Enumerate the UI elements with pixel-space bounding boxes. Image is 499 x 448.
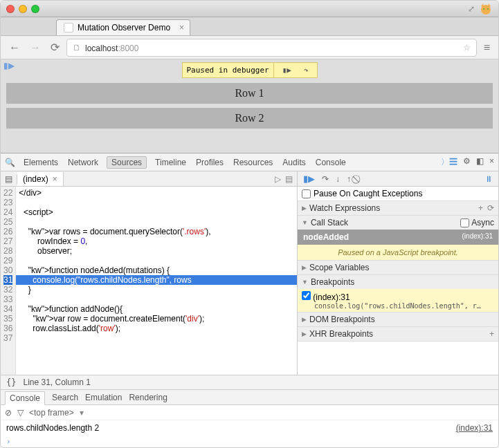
resume-overlay-icon[interactable]: ▮▶: [3, 61, 15, 71]
traffic-lights: [6, 5, 39, 13]
history-icon[interactable]: ▷: [275, 174, 281, 184]
close-devtools-icon[interactable]: ×: [489, 156, 494, 168]
bookmark-star-icon[interactable]: ☆: [463, 43, 471, 53]
overlay-resume-button[interactable]: ▮▶: [278, 64, 296, 76]
file-tab-name: (index): [23, 174, 48, 184]
pause-caught-exceptions-row[interactable]: Pause On Caught Exceptions: [298, 187, 498, 201]
clear-console-icon[interactable]: ⊘: [5, 408, 12, 418]
window-titlebar: ⤢: [1, 1, 498, 17]
sources-editor-pane: ▤ (index) × ▷ ▤ 222324252627282930313233…: [1, 171, 298, 375]
breakpoints-header[interactable]: ▼Breakpoints: [298, 275, 498, 289]
fullscreen-icon[interactable]: ⤢: [468, 4, 475, 14]
tab-network[interactable]: Network: [66, 158, 100, 167]
watch-expressions-header[interactable]: ▶Watch Expressions+⟳: [298, 201, 498, 215]
step-out-button[interactable]: ↑: [347, 174, 351, 184]
close-tab-icon[interactable]: ×: [179, 23, 184, 32]
tab-profiles[interactable]: Profiles: [194, 158, 225, 167]
url-bar: ← → ⟳ 🗋 localhost:8000 ☆ ≡: [1, 36, 498, 59]
tab-audits[interactable]: Audits: [281, 158, 307, 167]
async-checkbox[interactable]: [460, 218, 469, 227]
inspect-icon[interactable]: 🔍: [5, 158, 15, 167]
devtools-panel: 🔍 Elements Network Sources Timeline Prof…: [1, 153, 498, 447]
browser-tab[interactable]: Mutation Observer Demo ×: [56, 19, 190, 35]
debugger-paused-banner: Paused in debugger ▮▶ ↷: [181, 62, 317, 78]
devtools-tabs: 🔍 Elements Network Sources Timeline Prof…: [1, 153, 498, 171]
console-toolbar: ⊘ ▽ <top frame>▾: [1, 405, 498, 420]
tab-elements[interactable]: Elements: [22, 158, 60, 167]
code-editor[interactable]: 22232425262728293031323334353637 </div> …: [1, 187, 297, 375]
tab-timeline[interactable]: Timeline: [154, 158, 188, 167]
zoom-window-button[interactable]: [31, 5, 39, 13]
step-over-button[interactable]: ↷: [322, 174, 329, 184]
scope-variables-header[interactable]: ▶Scope Variables: [298, 261, 498, 274]
address-input[interactable]: 🗋 localhost:8000 ☆: [66, 39, 477, 57]
tab-resources[interactable]: Resources: [232, 158, 274, 167]
drawer-tab-rendering[interactable]: Rendering: [129, 393, 167, 402]
breakpoint-checkbox[interactable]: [302, 291, 311, 300]
tab-sources[interactable]: Sources: [107, 156, 147, 169]
content-row: Row 2: [6, 108, 493, 129]
console-prompt[interactable]: ›: [1, 436, 498, 447]
toggle-drawer-icon[interactable]: 〉☰: [441, 156, 457, 168]
page-viewport: ▮▶ Paused in debugger ▮▶ ↷ Row 1 Row 2: [1, 59, 498, 153]
callstack-frame[interactable]: nodeAdded(index):31: [298, 230, 498, 245]
refresh-watch-icon[interactable]: ⟳: [487, 203, 494, 213]
extension-icon[interactable]: [479, 2, 493, 16]
call-stack-header[interactable]: ▼Call StackAsync: [298, 216, 498, 230]
add-xhr-bp-icon[interactable]: +: [489, 329, 494, 339]
editor-status-bar: {} Line 31, Column 1: [1, 375, 498, 390]
pause-exceptions-button[interactable]: ⏸: [484, 174, 493, 184]
back-button[interactable]: ←: [6, 40, 23, 55]
drawer-tab-emulation[interactable]: Emulation: [85, 393, 122, 402]
menu-button[interactable]: ≡: [481, 40, 493, 55]
console-output-row: rows.childNodes.length 2 (index):31: [1, 420, 498, 436]
file-tab[interactable]: (index) ×: [17, 172, 64, 186]
add-watch-icon[interactable]: +: [478, 203, 483, 213]
url-host: localhost: [85, 44, 118, 53]
paused-label: Paused in debugger: [182, 64, 273, 76]
favicon-icon: [64, 23, 73, 32]
more-tabs-icon[interactable]: ▤: [285, 174, 293, 184]
close-file-icon[interactable]: ×: [53, 174, 57, 184]
svg-point-1: [483, 8, 484, 10]
cursor-position: Line 31, Column 1: [23, 377, 90, 387]
drawer-tab-search[interactable]: Search: [52, 393, 78, 402]
pause-caught-exceptions-checkbox[interactable]: [302, 189, 311, 198]
tab-console[interactable]: Console: [314, 158, 347, 167]
dock-icon[interactable]: ◧: [476, 156, 484, 168]
xhr-breakpoints-header[interactable]: ▶XHR Breakpoints+: [298, 327, 498, 341]
browser-tab-strip: Mutation Observer Demo ×: [1, 17, 498, 36]
forward-button[interactable]: →: [27, 40, 44, 55]
show-navigator-icon[interactable]: ▤: [1, 174, 17, 184]
content-row: Row 1: [6, 83, 493, 104]
debugger-sidebar: ▮▶ ↷ ↓ ↑ ⃠ ⏸ Pause On Caught Exceptions …: [298, 171, 498, 375]
resume-button[interactable]: ▮▶: [303, 174, 315, 184]
tab-title: Mutation Observer Demo: [78, 23, 170, 32]
console-source-link[interactable]: (index):31: [456, 423, 493, 433]
settings-gear-icon[interactable]: ⚙: [463, 156, 471, 168]
url-port: :8000: [118, 44, 138, 53]
drawer-tabs: Console Search Emulation Rendering: [1, 390, 498, 405]
reload-button[interactable]: ⟳: [48, 39, 62, 55]
filter-icon[interactable]: ▽: [17, 408, 24, 418]
step-into-button[interactable]: ↓: [336, 174, 340, 184]
close-window-button[interactable]: [6, 5, 15, 13]
overlay-step-button[interactable]: ↷: [300, 64, 313, 76]
minimize-window-button[interactable]: [19, 5, 27, 13]
drawer-tab-console[interactable]: Console: [5, 391, 45, 405]
page-icon: 🗋: [73, 43, 81, 53]
dom-breakpoints-header[interactable]: ▶DOM Breakpoints: [298, 312, 498, 326]
pretty-print-icon[interactable]: {}: [6, 377, 16, 387]
pause-reason-message: Paused on a JavaScript breakpoint.: [298, 245, 498, 260]
context-selector[interactable]: <top frame>: [29, 408, 74, 418]
console-message: rows.childNodes.length 2: [6, 423, 99, 433]
svg-point-2: [487, 8, 489, 10]
breakpoint-item[interactable]: (index):31 console.log("rows.childNodes.…: [298, 289, 498, 312]
